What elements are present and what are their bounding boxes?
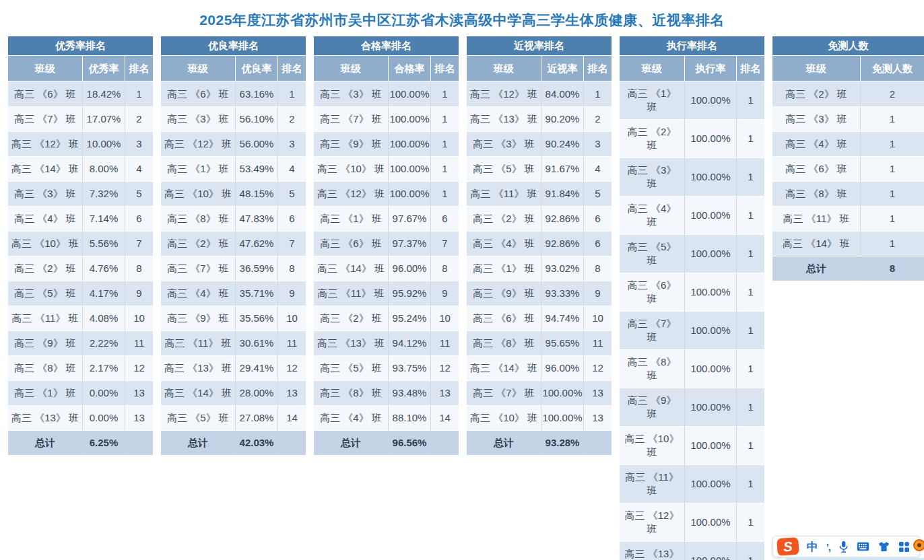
table-row: 高三 《1》 班93.02%8 xyxy=(467,256,612,281)
column-header: 排名 xyxy=(430,56,459,81)
value-cell: 10.00% xyxy=(82,131,125,156)
column-header: 班级 xyxy=(8,56,82,81)
value-cell: 100.00% xyxy=(388,81,430,106)
toolbox-icon[interactable] xyxy=(898,541,910,553)
value-cell: 92.86% xyxy=(541,206,583,231)
table-row: 高三 《10》 班100.00%1 xyxy=(620,426,764,464)
table-title: 近视率排名 xyxy=(467,36,612,56)
chinese-mode-toggle[interactable]: 中 xyxy=(807,539,818,555)
value-cell: 1 xyxy=(860,106,924,131)
class-cell: 高三 《4》 班 xyxy=(8,206,82,231)
rank-cell: 13 xyxy=(125,380,153,405)
table-total-row: 总计96.56% xyxy=(314,430,459,455)
table-row: 高三 《4》 班92.86%6 xyxy=(467,231,612,256)
ranking-table-3: 合格率排名班级合格率排名高三 《3》 班100.00%1高三 《7》 班100.… xyxy=(314,36,459,455)
ime-toolbar[interactable]: S 中 ’, xyxy=(772,536,920,557)
rank-cell: 10 xyxy=(583,306,612,330)
class-cell: 高三 《12》 班 xyxy=(467,81,541,106)
class-cell: 高三 《10》 班 xyxy=(314,156,388,181)
table-row: 高三 《5》 班4.17%9 xyxy=(8,281,153,306)
class-cell: 高三 《8》 班 xyxy=(772,181,860,206)
value-cell: 1 xyxy=(860,156,924,181)
value-cell: 1 xyxy=(860,231,924,256)
rank-cell: 9 xyxy=(583,281,612,306)
class-cell: 高三 《6》 班 xyxy=(8,81,82,106)
column-header: 排名 xyxy=(736,56,764,81)
table-row: 高三 《2》 班47.62%7 xyxy=(161,231,306,256)
table-row: 高三 《8》 班93.48%13 xyxy=(314,380,459,405)
table-row: 高三 《13》 班100.00%1 xyxy=(620,541,764,560)
value-cell: 2.22% xyxy=(82,330,125,355)
table-row: 高三 《6》 班18.42%1 xyxy=(8,81,153,106)
value-cell: 48.15% xyxy=(235,181,277,206)
skin-icon[interactable] xyxy=(878,541,890,552)
table-row: 高三 《2》 班100.00%1 xyxy=(620,119,764,158)
table-header-row: 班级优秀率排名 xyxy=(8,56,153,81)
table-title: 执行率排名 xyxy=(620,36,764,56)
rank-cell: 11 xyxy=(430,330,459,355)
rank-cell: 6 xyxy=(583,206,612,231)
class-cell: 高三 《1》 班 xyxy=(620,81,684,119)
table-row: 高三 《2》 班95.24%10 xyxy=(314,306,459,330)
value-cell: 4.08% xyxy=(82,306,125,330)
value-cell: 94.74% xyxy=(541,306,583,330)
rank-cell: 1 xyxy=(430,156,459,181)
column-header: 免测人数 xyxy=(860,56,924,81)
class-cell: 高三 《5》 班 xyxy=(8,281,82,306)
rank-cell: 8 xyxy=(430,256,459,281)
rank-cell: 1 xyxy=(583,81,612,106)
rank-cell: 5 xyxy=(583,181,612,206)
value-cell: 29.41% xyxy=(235,355,277,380)
value-cell: 1 xyxy=(860,131,924,156)
microphone-icon[interactable] xyxy=(838,540,849,553)
class-cell: 高三 《6》 班 xyxy=(161,81,235,106)
class-cell: 高三 《11》 班 xyxy=(161,330,235,355)
class-cell: 高三 《10》 班 xyxy=(161,181,235,206)
value-cell: 5.56% xyxy=(82,231,125,256)
table-title: 优秀率排名 xyxy=(8,36,153,56)
rank-cell: 1 xyxy=(125,81,153,106)
table-row: 高三 《9》 班100.00%1 xyxy=(620,388,764,426)
value-cell: 84.00% xyxy=(541,81,583,106)
rank-cell: 1 xyxy=(736,464,764,503)
table-row: 高三 《7》 班100.00%13 xyxy=(467,380,612,405)
partial-badge-icon[interactable] xyxy=(913,539,924,551)
table-row: 高三 《13》 班94.12%11 xyxy=(314,330,459,355)
value-cell: 8.00% xyxy=(82,156,125,181)
class-cell: 高三 《8》 班 xyxy=(620,349,684,388)
class-cell: 高三 《10》 班 xyxy=(467,405,541,430)
keyboard-icon[interactable] xyxy=(857,542,869,551)
rank-cell: 5 xyxy=(125,181,153,206)
class-cell: 高三 《10》 班 xyxy=(8,231,82,256)
table-row: 高三 《7》 班17.07%2 xyxy=(8,106,153,131)
table-row: 高三 《8》 班1 xyxy=(772,181,924,206)
rank-cell: 9 xyxy=(430,281,459,306)
value-cell: 2.17% xyxy=(82,355,125,380)
rank-cell: 14 xyxy=(277,405,306,430)
rank-cell: 4 xyxy=(277,156,306,181)
rank-cell: 3 xyxy=(125,131,153,156)
rank-cell: 1 xyxy=(736,503,764,541)
value-cell: 100.00% xyxy=(388,181,430,206)
rank-cell: 1 xyxy=(736,196,764,234)
value-cell: 91.84% xyxy=(541,181,583,206)
table-row: 高三 《14》 班28.00%13 xyxy=(161,380,306,405)
class-cell: 高三 《12》 班 xyxy=(8,131,82,156)
table-row: 高三 《4》 班7.14%6 xyxy=(8,206,153,231)
table-header-row: 班级执行率排名 xyxy=(620,56,764,81)
value-cell: 96.00% xyxy=(541,355,583,380)
value-cell: 1 xyxy=(860,206,924,231)
punctuation-mode-toggle[interactable]: ’, xyxy=(826,541,830,553)
class-cell: 高三 《1》 班 xyxy=(8,380,82,405)
sogou-logo-icon[interactable]: S xyxy=(777,537,799,556)
table-row: 高三 《10》 班5.56%7 xyxy=(8,231,153,256)
total-value: 8 xyxy=(860,256,924,281)
table-row: 高三 《5》 班91.67%4 xyxy=(467,156,612,181)
rank-cell: 3 xyxy=(277,131,306,156)
class-cell: 高三 《1》 班 xyxy=(161,156,235,181)
table-row: 高三 《7》 班100.00%1 xyxy=(620,311,764,349)
column-header: 合格率 xyxy=(388,56,430,81)
class-cell: 高三 《2》 班 xyxy=(620,119,684,158)
class-cell: 高三 《4》 班 xyxy=(161,281,235,306)
total-label: 总计 xyxy=(772,256,860,281)
